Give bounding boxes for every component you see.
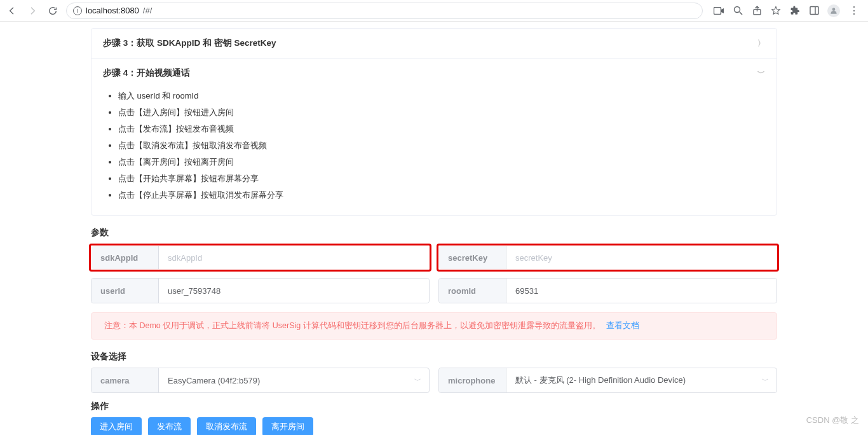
address-bar[interactable]: i localhost:8080/#/ xyxy=(66,3,703,19)
back-button[interactable] xyxy=(5,4,19,18)
forward-button[interactable] xyxy=(25,4,39,18)
profile-avatar[interactable] xyxy=(827,4,840,17)
star-icon[interactable] xyxy=(770,5,782,17)
info-icon: i xyxy=(73,6,82,15)
toolbar-right: ⋮ xyxy=(713,4,863,17)
share-icon[interactable] xyxy=(751,5,763,17)
extensions-icon[interactable] xyxy=(789,5,801,17)
panel-icon[interactable] xyxy=(808,5,820,17)
url-path: /#/ xyxy=(143,6,152,15)
svg-point-6 xyxy=(832,8,836,11)
zoom-icon[interactable] xyxy=(732,5,743,17)
svg-point-1 xyxy=(734,7,740,13)
camera-icon[interactable] xyxy=(713,5,724,17)
svg-rect-0 xyxy=(714,7,721,14)
url-host: localhost:8080 xyxy=(86,6,139,15)
browser-toolbar: i localhost:8080/#/ ⋮ xyxy=(0,0,868,22)
svg-rect-4 xyxy=(810,7,818,15)
svg-line-2 xyxy=(740,12,742,15)
menu-icon[interactable]: ⋮ xyxy=(848,5,859,17)
reload-button[interactable] xyxy=(46,4,60,18)
